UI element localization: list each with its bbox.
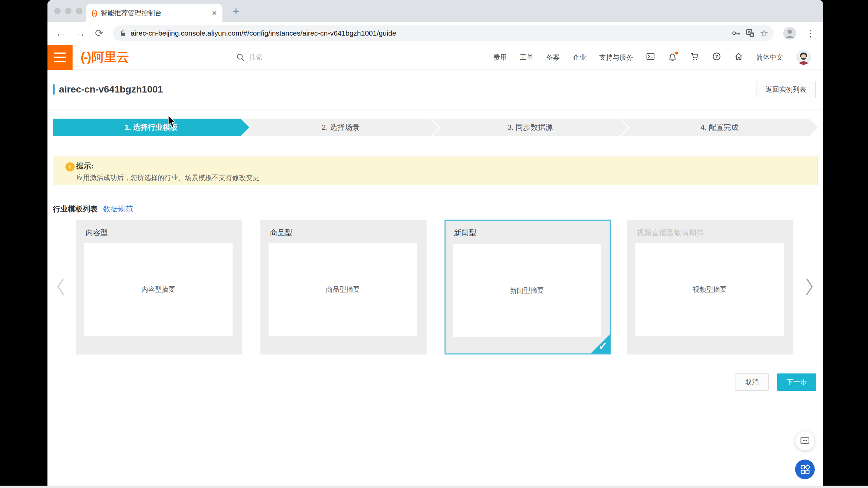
template-section-header: 行业模板列表 数据规范 [53, 204, 823, 214]
screen-bottom-edge [0, 486, 868, 488]
browser-profile-avatar[interactable] [783, 27, 796, 40]
template-card-list: 内容型 内容型摘要 商品型 商品型摘要 新闻型 新闻型摘要 ✓ 视频直播型敬请期… [47, 220, 823, 354]
hamburger-menu-button[interactable] [47, 45, 73, 70]
template-card-video-disabled: 视频直播型敬请期待 视频型摘要 [627, 220, 793, 354]
home-icon[interactable] [734, 52, 743, 63]
notification-bell-icon[interactable] [668, 53, 677, 62]
tab-strip: (-) 智能推荐管理控制台 × + [47, 0, 823, 22]
search-placeholder: 搜索 [249, 53, 263, 62]
carousel-prev-icon[interactable] [56, 277, 66, 298]
password-key-icon[interactable] [731, 28, 741, 38]
language-selector[interactable]: 简体中文 [756, 53, 783, 62]
aliyun-logo-bracket: (-) [81, 50, 90, 64]
nav-item-enterprise[interactable]: 企业 [573, 53, 586, 62]
card-title: 新闻型 [446, 221, 610, 240]
cloudshell-icon[interactable] [646, 52, 655, 63]
footer-actions: 取消 下一步 [47, 364, 823, 391]
step-3-sync-datasource[interactable]: 3. 同步数据源 [432, 119, 629, 136]
chat-bubble-icon [800, 436, 810, 446]
page-title: airec-cn-v641bgzh1001 [59, 84, 163, 95]
ssl-lock-icon [120, 29, 126, 37]
step-1-select-industry-template[interactable]: 1. 选择行业模板 [53, 119, 250, 136]
card-title: 商品型 [260, 220, 427, 239]
card-title: 内容型 [76, 220, 242, 239]
translate-icon[interactable] [746, 28, 755, 38]
window-controls [54, 8, 82, 14]
step-2-select-scene[interactable]: 2. 选择场景 [242, 119, 439, 136]
card-summary: 视频型摘要 [635, 243, 784, 336]
tab-title: 智能推荐管理控制台 [101, 8, 208, 18]
back-icon[interactable]: ← [56, 28, 66, 38]
new-tab-button[interactable]: + [233, 4, 239, 18]
browser-window: (-) 智能推荐管理控制台 × + ← → ⟳ airec-cn-beijing… [47, 0, 823, 486]
template-card-news-selected[interactable]: 新闻型 新闻型摘要 ✓ [445, 220, 611, 354]
console-header-right: 费用 工单 备案 企业 支持与服务 ? [493, 50, 823, 65]
svg-text:?: ? [715, 54, 718, 59]
title-accent-bar [53, 84, 55, 95]
app-grid-icon [800, 464, 810, 475]
console-search[interactable]: 搜索 [236, 45, 263, 70]
nav-item-tickets[interactable]: 工单 [520, 53, 533, 62]
nav-item-billing[interactable]: 费用 [493, 53, 507, 62]
cancel-button[interactable]: 取消 [735, 373, 769, 391]
console-header: (-)阿里云 搜索 费用 工单 备案 企业 支持与服务 [47, 45, 823, 70]
browser-menu-icon[interactable]: ⋮ [806, 28, 815, 39]
mouse-cursor [167, 115, 177, 131]
template-card-content[interactable]: 内容型 内容型摘要 [76, 220, 242, 354]
carousel-next-icon[interactable] [804, 277, 814, 298]
tab-favicon-icon: (-) [92, 9, 97, 17]
selected-check-icon: ✓ [598, 340, 607, 352]
template-list-title: 行业模板列表 [53, 204, 98, 214]
address-bar[interactable]: airec-cn-beijing.console.aliyun.com/#/co… [113, 25, 774, 41]
browser-toolbar: ← → ⟳ airec-cn-beijing.console.aliyun.co… [47, 22, 823, 45]
step-4-config-complete[interactable]: 4. 配置完成 [621, 119, 818, 136]
notification-badge [675, 52, 678, 55]
app-grid-button[interactable] [795, 460, 815, 479]
next-step-button[interactable]: 下一步 [777, 373, 816, 391]
aliyun-logo[interactable]: (-)阿里云 [81, 49, 129, 66]
window-minimize-button[interactable] [65, 8, 72, 14]
notice-banner: ! 提示: 应用激活成功后，您所选择的行业、场景模板不支持修改变更 [53, 157, 818, 185]
card-summary: 新闻型摘要 [453, 244, 601, 337]
page-content: airec-cn-v641bgzh1001 返回实例列表 1. 选择行业模板 2… [47, 70, 823, 486]
user-avatar[interactable] [796, 50, 811, 65]
reload-icon[interactable]: ⟳ [95, 28, 103, 38]
window-close-button[interactable] [54, 8, 61, 14]
help-icon[interactable]: ? [712, 52, 721, 63]
forward-icon[interactable]: → [75, 28, 85, 38]
search-icon [236, 53, 245, 62]
instance-title-row: airec-cn-v641bgzh1001 返回实例列表 [47, 70, 823, 109]
screen: (-) 智能推荐管理控制台 × + ← → ⟳ airec-cn-beijing… [0, 0, 868, 488]
browser-tab[interactable]: (-) 智能推荐管理控制台 × [86, 4, 222, 22]
tab-close-icon[interactable]: × [212, 8, 217, 17]
window-zoom-button[interactable] [76, 8, 82, 14]
nav-item-support[interactable]: 支持与服务 [599, 53, 633, 62]
nav-item-icp[interactable]: 备案 [546, 53, 560, 62]
notice-title: 提示: [76, 161, 811, 171]
aliyun-logo-text: 阿里云 [92, 50, 129, 64]
warning-icon: ! [65, 162, 75, 171]
data-spec-link[interactable]: 数据规范 [103, 204, 133, 214]
card-summary: 商品型摘要 [269, 243, 417, 336]
back-to-instances-button[interactable]: 返回实例列表 [756, 81, 816, 98]
feedback-chat-button[interactable] [795, 431, 814, 450]
cart-icon[interactable] [690, 52, 699, 63]
notice-body: 应用激活成功后，您所选择的行业、场景模板不支持修改变更 [76, 173, 811, 182]
template-card-commodity[interactable]: 商品型 商品型摘要 [260, 220, 427, 354]
url-text[interactable]: airec-cn-beijing.console.aliyun.com/#/co… [131, 29, 396, 37]
card-title: 视频直播型敬请期待 [627, 220, 793, 239]
card-summary: 内容型摘要 [84, 243, 233, 336]
bookmark-star-icon[interactable]: ☆ [760, 28, 768, 39]
